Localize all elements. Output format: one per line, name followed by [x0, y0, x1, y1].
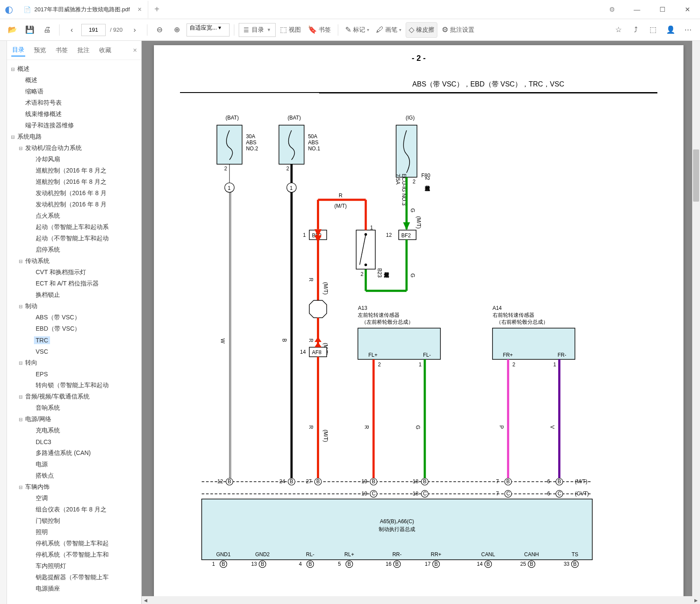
- user-icon[interactable]: 👤: [663, 22, 678, 38]
- toc-item[interactable]: 多路通信系统 (CAN): [7, 448, 141, 459]
- toc-item[interactable]: 转向锁（带智能上车和起动: [7, 380, 141, 391]
- toc-item[interactable]: 钥匙提醒器（不带智能上车: [7, 572, 141, 583]
- toc-item[interactable]: 点火系统: [7, 210, 141, 222]
- toc-item[interactable]: ⊟制动: [7, 301, 141, 312]
- svg-text:B: B: [573, 561, 577, 567]
- toc-item[interactable]: 车内照明灯: [7, 561, 141, 572]
- star-icon[interactable]: ☆: [610, 22, 626, 38]
- toc-item[interactable]: CVT 和换档指示灯: [7, 267, 141, 278]
- close-sidebar-icon[interactable]: ×: [133, 46, 137, 54]
- toc-item[interactable]: 起动（带智能上车和起动系: [7, 222, 141, 233]
- toc-item[interactable]: ⊟车辆内饰: [7, 481, 141, 493]
- toc-item-label: DLC3: [34, 438, 53, 446]
- toc-item[interactable]: DLC3: [7, 436, 141, 448]
- toc-item[interactable]: 巡航控制（2016 年 8 月之: [7, 176, 141, 188]
- toc-item[interactable]: 搭铁点: [7, 470, 141, 481]
- toc-item[interactable]: ⊟传动系统: [7, 256, 141, 267]
- close-window-button[interactable]: ✕: [675, 0, 700, 19]
- tab-bookmark[interactable]: 书签: [55, 45, 69, 56]
- mark-button[interactable]: ✎ 标记 ▾: [343, 22, 372, 38]
- tab-annotation[interactable]: 批注: [77, 45, 90, 56]
- toc-item[interactable]: 启停系统: [7, 244, 141, 256]
- share-icon[interactable]: ⤴: [628, 22, 643, 38]
- toc-item[interactable]: 端子和连接器维修: [7, 120, 141, 131]
- toc-toggle-icon[interactable]: ⊟: [17, 146, 23, 151]
- toc-item[interactable]: 缩略语: [7, 86, 141, 97]
- toc-item[interactable]: 换档锁止: [7, 289, 141, 301]
- toc-item[interactable]: 停机系统（不带智能上车和: [7, 549, 141, 561]
- brush-button[interactable]: 🖊 画笔 ▾: [373, 22, 404, 38]
- tab-preview[interactable]: 预览: [33, 45, 47, 56]
- toc-toggle-icon[interactable]: ⊟: [17, 417, 23, 422]
- toc-toggle-icon[interactable]: ⊟: [10, 134, 16, 140]
- next-page-icon[interactable]: ›: [127, 22, 143, 38]
- toc-item[interactable]: 电源: [7, 459, 141, 470]
- tab-toc[interactable]: 目录: [11, 44, 25, 56]
- zoom-in-icon[interactable]: ⊕: [169, 22, 185, 38]
- toc-toggle-icon[interactable]: ⊟: [17, 304, 23, 309]
- toc-item[interactable]: ⊟电源/网络: [7, 414, 141, 425]
- bookmark-button[interactable]: 🔖 书签: [305, 22, 333, 38]
- toc-item[interactable]: 冷却风扇: [7, 154, 141, 165]
- eraser-button[interactable]: ◇ 橡皮擦: [406, 22, 437, 38]
- close-tab-icon[interactable]: ×: [138, 6, 142, 13]
- zoom-select[interactable]: 自适应宽... ▾: [187, 23, 230, 37]
- toc-item[interactable]: 起动（不带智能上车和起动: [7, 233, 141, 244]
- toc-item[interactable]: EBD（带 VSC）: [7, 323, 141, 335]
- open-file-icon[interactable]: 📂: [4, 22, 20, 38]
- toc-item[interactable]: 术语和符号表: [7, 97, 141, 109]
- toc-item-label: CVT 和换档指示灯: [34, 268, 88, 277]
- window-icon[interactable]: ⬚: [645, 22, 661, 38]
- toc-item[interactable]: 音响系统: [7, 402, 141, 414]
- toc-toggle-icon[interactable]: ⊟: [17, 485, 23, 490]
- more-icon[interactable]: ⋯: [680, 22, 696, 38]
- toc-item[interactable]: ⊟音频/视频/车载通信系统: [7, 391, 141, 402]
- scroll-right-icon[interactable]: ▶: [692, 596, 700, 604]
- toc-item[interactable]: 组合仪表（2016 年 8 月之: [7, 504, 141, 515]
- zoom-out-icon[interactable]: ⊖: [152, 22, 167, 38]
- scroll-left-icon[interactable]: ◀: [142, 596, 150, 604]
- maximize-button[interactable]: ☐: [650, 0, 675, 19]
- prev-page-icon[interactable]: ‹: [64, 22, 80, 38]
- minimize-button[interactable]: —: [624, 0, 650, 19]
- tab-favorite[interactable]: 收藏: [98, 45, 112, 56]
- toc-item[interactable]: TRC: [7, 335, 141, 346]
- toc-toggle-icon[interactable]: ⊟: [17, 394, 23, 400]
- toc-item[interactable]: 停机系统（带智能上车和起: [7, 538, 141, 549]
- toc-item[interactable]: ECT 和 A/T 档位指示器: [7, 278, 141, 289]
- toc-dropdown[interactable]: ☰ 目录 ▼: [239, 23, 276, 37]
- toc-item[interactable]: ⊟概述: [7, 63, 141, 75]
- save-icon[interactable]: 💾: [22, 22, 37, 38]
- view-mode-button[interactable]: ⬚ 视图: [277, 22, 303, 38]
- toc-item[interactable]: VSC: [7, 346, 141, 357]
- toc-item[interactable]: 发动机控制（2016 年 8 月: [7, 188, 141, 199]
- pdf-viewer[interactable]: - 2 - ABS（带 VSC），EBD（带 VSC），TRC，VSC (BAT…: [142, 41, 700, 604]
- toc-toggle-icon[interactable]: ⊟: [10, 66, 16, 72]
- horizontal-scrollbar[interactable]: ◀ ▶: [142, 596, 700, 604]
- toc-item[interactable]: ⊟转向: [7, 357, 141, 368]
- scrollbar-thumb[interactable]: [693, 149, 699, 202]
- toc-item[interactable]: ⊟发动机/混合动力系统: [7, 143, 141, 154]
- svg-point-43: [364, 233, 367, 236]
- page-number-input[interactable]: [81, 24, 106, 36]
- toc-item[interactable]: 空调: [7, 493, 141, 504]
- print-icon[interactable]: 🖨: [39, 22, 55, 38]
- toc-item[interactable]: EPS: [7, 368, 141, 380]
- toc-item[interactable]: 充电系统: [7, 425, 141, 436]
- toc-item[interactable]: 概述: [7, 75, 141, 86]
- toc-item[interactable]: 发动机控制（2016 年 8 月: [7, 199, 141, 210]
- toc-toggle-icon[interactable]: ⊟: [17, 360, 23, 366]
- settings-icon[interactable]: ⚙: [599, 0, 624, 19]
- new-tab-button[interactable]: +: [148, 4, 166, 14]
- toc-item[interactable]: 巡航控制（2016 年 8 月之: [7, 165, 141, 176]
- vertical-scrollbar[interactable]: [692, 41, 700, 596]
- toc-toggle-icon[interactable]: ⊟: [17, 259, 23, 264]
- toc-item[interactable]: 电源插座: [7, 583, 141, 594]
- document-tab[interactable]: 📄 2017年丰田威驰雅力士致炫电路图.pdf ×: [17, 1, 148, 18]
- toc-item[interactable]: 照明: [7, 527, 141, 538]
- toc-item[interactable]: ABS（带 VSC）: [7, 312, 141, 323]
- annotation-settings-button[interactable]: ⚙ 批注设置: [439, 22, 477, 38]
- toc-item[interactable]: 门锁控制: [7, 515, 141, 527]
- toc-item[interactable]: 线束维修概述: [7, 109, 141, 120]
- toc-item[interactable]: ⊟系统电路: [7, 131, 141, 143]
